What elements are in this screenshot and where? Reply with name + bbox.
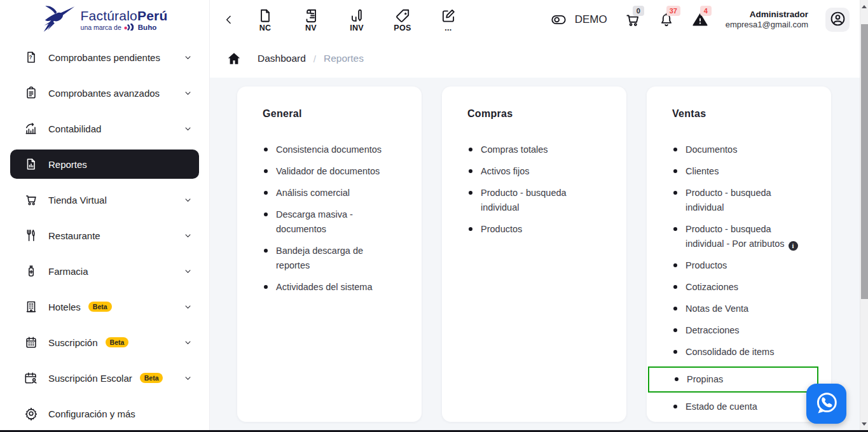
- sidebar-item-restaurante[interactable]: Restaurante: [0, 218, 209, 253]
- report-link-activos-fijos[interactable]: Activos fijos: [467, 164, 601, 179]
- user-name: Administrador: [726, 9, 808, 20]
- report-link-detracciones[interactable]: Detracciones: [672, 323, 806, 338]
- report-link-productos[interactable]: Productos: [467, 222, 601, 237]
- sidebar-item-label: Farmacia: [48, 266, 88, 277]
- sidebar-item-label: Contabilidad: [48, 123, 101, 134]
- chevron-down-icon: [183, 302, 193, 312]
- report-link-compras-totales[interactable]: Compras totales: [467, 143, 601, 157]
- scroll-down-arrow[interactable]: [860, 419, 868, 428]
- alerts-button[interactable]: 4: [692, 11, 708, 28]
- card-title: General: [263, 108, 396, 120]
- breadcrumb-dashboard[interactable]: Dashboard: [258, 53, 306, 64]
- doc-button-pos[interactable]: POS: [388, 8, 417, 32]
- notifications-badge: 37: [666, 6, 680, 16]
- whatsapp-icon: [813, 389, 841, 419]
- bell-icon: [658, 19, 675, 30]
- cart-button[interactable]: 0: [624, 11, 641, 28]
- doc-button-nc[interactable]: NC: [251, 8, 280, 32]
- app-window: FactúraloPerú una marca de Buho ? Compro…: [0, 0, 868, 432]
- doc-shortcut-label: ...: [444, 24, 451, 32]
- brand-tagline: una marca de: [81, 24, 121, 31]
- report-link-bandeja-descarga-de-reportes[interactable]: Bandeja descarga de reportes: [263, 244, 396, 273]
- vertical-scrollbar[interactable]: [860, 0, 868, 430]
- gear-icon: [24, 407, 38, 421]
- sidebar-item-label: Tienda Virtual: [48, 195, 107, 206]
- sidebar-item-suscripcion-escolar[interactable]: Suscripción Escolar Beta: [0, 360, 209, 396]
- report-document-icon: [24, 157, 38, 171]
- doc-button-nv[interactable]: NV: [296, 8, 326, 32]
- brand-logo[interactable]: FactúraloPerú una marca de Buho: [0, 0, 209, 39]
- report-link-actividades-del-sistema[interactable]: Actividades del sistema: [263, 280, 396, 295]
- sales-note-receipt-icon: [303, 8, 319, 24]
- toggle-icon: [549, 11, 568, 28]
- sidebar-item-contabilidad[interactable]: Contabilidad: [0, 111, 209, 146]
- demo-mode-toggle[interactable]: DEMO: [549, 11, 607, 28]
- topbar: NC NV INV POS ... DEMO 0 37: [210, 0, 860, 39]
- sidebar-item-comprobantes-avanzados[interactable]: Comprobantes avanzados: [0, 75, 209, 111]
- document-question-icon: ?: [24, 50, 38, 64]
- sidebar-item-suscripcion[interactable]: Suscripción Beta: [0, 324, 209, 360]
- report-link-notas-de-venta[interactable]: Notas de Venta: [672, 302, 806, 316]
- doc-shortcut-label: NC: [259, 24, 272, 32]
- demo-label: DEMO: [575, 13, 607, 26]
- brand-text: FactúraloPerú una marca de Buho: [81, 9, 168, 31]
- scroll-up-arrow[interactable]: [860, 2, 868, 11]
- report-link-list: DocumentosClientesProducto - busqueda in…: [672, 143, 806, 414]
- sidebar-item-comprobantes-pendientes[interactable]: ? Comprobantes pendientes: [0, 39, 209, 75]
- report-link-analisis-comercial[interactable]: Análisis comercial: [263, 186, 396, 200]
- buho-emblem-icon: [124, 24, 135, 31]
- sidebar-item-reportes[interactable]: Reportes: [10, 150, 199, 179]
- sidebar-item-farmacia[interactable]: Farmacia: [0, 253, 209, 289]
- sidebar-item-hoteles[interactable]: Hoteles Beta: [0, 289, 209, 324]
- report-link-productos[interactable]: Productos: [672, 258, 806, 273]
- avatar-icon: [829, 10, 846, 30]
- restaurant-icon: [24, 228, 38, 242]
- sidebar-item-label: Comprobantes avanzados: [48, 88, 160, 99]
- report-card-ventas: Ventas DocumentosClientesProducto - busq…: [647, 87, 831, 422]
- home-button[interactable]: [226, 50, 242, 67]
- report-link-clientes[interactable]: Clientes: [672, 164, 806, 179]
- report-link-producto-busqueda-individual-por-atributos[interactable]: Producto - busqueda individual - Por atr…: [672, 222, 806, 251]
- notifications-button[interactable]: 37: [658, 11, 675, 28]
- sidebar-collapse-button[interactable]: [223, 13, 235, 26]
- chevron-down-icon: [183, 338, 193, 347]
- hummingbird-logo-icon: [42, 4, 76, 35]
- more-documents-edit-icon: [440, 8, 457, 24]
- doc-button-inv[interactable]: INV: [342, 8, 371, 32]
- inventory-pen-icon: [348, 8, 365, 24]
- cart-icon: [624, 19, 641, 30]
- sidebar-item-label: Suscripción Escolar: [48, 373, 132, 384]
- sidebar-item-configuracion-y-mas[interactable]: Configuración y más: [0, 396, 209, 430]
- reports-content: General Consistencia documentosValidador…: [210, 78, 860, 430]
- home-icon: [226, 58, 242, 69]
- scrollbar-thumb[interactable]: [861, 24, 868, 299]
- topbar-right: DEMO 0 37 4 Administrador empresa1@gmail…: [549, 8, 850, 32]
- sidebar-item-tienda-virtual[interactable]: Tienda Virtual: [0, 182, 209, 218]
- svg-text:?: ?: [29, 55, 32, 60]
- report-link-consistencia-documentos[interactable]: Consistencia documentos: [263, 143, 396, 157]
- report-link-estado-de-cuenta[interactable]: Estado de cuenta: [672, 400, 806, 414]
- report-link-cotizaciones[interactable]: Cotizaciones: [672, 280, 806, 295]
- chevron-down-icon: [183, 53, 193, 62]
- doc-shortcut-label: POS: [394, 24, 411, 32]
- report-link-producto-busqueda-individual[interactable]: Producto - busqueda individual: [467, 186, 601, 215]
- report-link-consolidado-de-items[interactable]: Consolidado de items: [672, 345, 806, 359]
- sidebar-item-label: Comprobantes pendientes: [48, 52, 160, 63]
- whatsapp-button[interactable]: [806, 384, 846, 424]
- user-avatar-button[interactable]: [825, 8, 850, 32]
- calendar-icon: [24, 335, 38, 349]
- finance-chart-icon: [24, 122, 38, 136]
- chevron-down-icon: [183, 231, 193, 240]
- doc-button-[interactable]: ...: [434, 8, 463, 32]
- report-link-descarga-masiva-documentos[interactable]: Descarga masiva - documentos: [263, 207, 396, 237]
- calendar-person-icon: [24, 371, 38, 385]
- brand-name: Factúralo: [81, 8, 137, 23]
- pharmacy-icon: [24, 264, 38, 278]
- report-link-propinas[interactable]: Propinas: [648, 366, 818, 393]
- breadcrumb: Dashboard / Reportes: [210, 39, 860, 78]
- report-link-validador-de-documentos[interactable]: Validador de documentos: [263, 164, 396, 179]
- chevron-down-icon: [183, 124, 193, 134]
- report-link-documentos[interactable]: Documentos: [672, 143, 806, 157]
- report-link-producto-busqueda-individual[interactable]: Producto - busqueda individual: [672, 186, 806, 215]
- info-icon[interactable]: i: [789, 241, 798, 251]
